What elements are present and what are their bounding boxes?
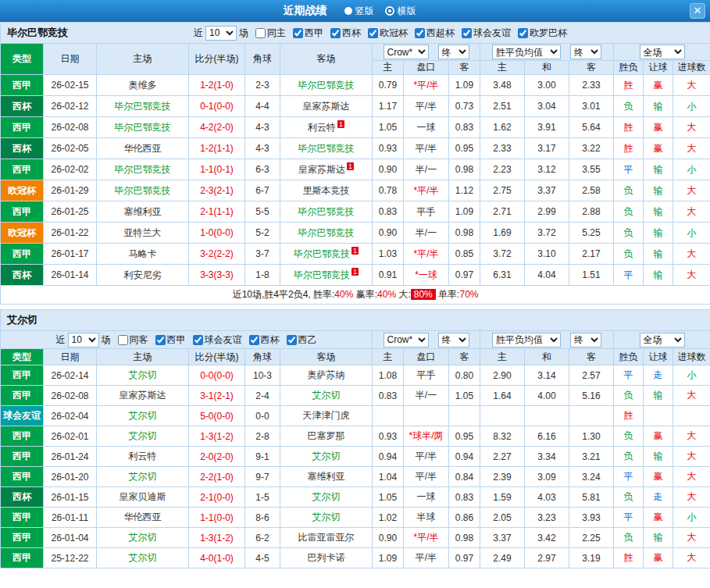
scope-select[interactable]: 全场	[640, 333, 685, 347]
recent-count-select[interactable]: 10	[68, 333, 99, 347]
cell-avg-draw	[525, 406, 569, 426]
filter-西超杯[interactable]: 西超杯	[415, 27, 455, 40]
summary-part: 单率:	[436, 289, 460, 300]
odds-company-select[interactable]: Crow*	[384, 45, 429, 59]
cell-goals: 小	[673, 96, 710, 117]
cell-competition: 西甲	[1, 508, 44, 528]
cell-odds-handicap: 一球	[404, 487, 449, 508]
cell-handicap-result: 输	[644, 386, 673, 406]
summary-part: 赢率:	[353, 289, 377, 300]
filter-西杯[interactable]: 西杯	[249, 333, 280, 347]
cell-odds-handicap: 平/半	[404, 467, 449, 487]
cell-away-team: 艾尔切	[280, 508, 373, 528]
cell-corners: 9-1	[245, 447, 280, 467]
cell-corners: 2-4	[245, 386, 280, 406]
cell-odds-home: 0.90	[373, 223, 404, 244]
recent-count-select[interactable]: 10	[205, 26, 237, 41]
match-row: 西杯26-01-15皇家贝迪斯2-1(0-0)1-5艾尔切1.05一球0.831…	[1, 487, 710, 508]
cell-odds-away: 0.95	[449, 426, 480, 447]
cell-avg-draw: 4.03	[525, 487, 569, 508]
cell-avg-home: 3.72	[480, 244, 525, 265]
cell-home-team: 塞维利亚	[97, 201, 189, 223]
avg-stage-select[interactable]: 终	[570, 45, 601, 59]
cell-away-team: 毕尔巴鄂竞技1	[280, 265, 373, 286]
cell-result: 负	[614, 447, 644, 467]
col-header-odds-away: 客	[449, 349, 480, 365]
cell-corners: 1-8	[245, 265, 280, 286]
filter-label: 球会友谊	[473, 27, 511, 40]
avg-type-select[interactable]: 胜平负均值	[492, 333, 561, 347]
filter-同主[interactable]: 同主	[255, 27, 286, 40]
col-header-avg-away: 客	[569, 349, 614, 365]
scope-select[interactable]: 全场	[640, 45, 685, 59]
avg-stage-select[interactable]: 终	[570, 333, 601, 347]
col-header-home: 主场	[97, 349, 189, 365]
filter-球会友谊[interactable]: 球会友谊	[193, 333, 242, 347]
filter-checkbox[interactable]	[118, 335, 128, 345]
filter-checkbox[interactable]	[255, 28, 266, 38]
cell-odds-away: 1.12	[449, 180, 480, 201]
layout-horizontal-radio[interactable]: 横版	[385, 5, 416, 18]
match-row: 西杯26-02-05华伦西亚1-2(1-1)4-3毕尔巴鄂竞技0.93平/半0.…	[1, 138, 710, 159]
filter-同客[interactable]: 同客	[118, 333, 148, 347]
close-button[interactable]: ✕	[690, 3, 705, 19]
match-row: 西甲26-01-25塞维利亚2-1(1-1)5-5毕尔巴鄂竞技0.83平手1.0…	[1, 201, 710, 223]
filter-checkbox[interactable]	[368, 28, 378, 38]
filter-西杯[interactable]: 西杯	[330, 27, 361, 40]
filter-checkbox[interactable]	[518, 28, 528, 38]
cell-goals: 大	[673, 244, 710, 265]
match-row: 西甲26-01-24利云特2-0(2-0)9-1艾尔切0.94平/半0.942.…	[1, 447, 710, 467]
odds-stage-select[interactable]: 终	[438, 333, 469, 347]
cell-odds-away: 0.85	[449, 244, 480, 265]
filter-球会友谊[interactable]: 球会友谊	[462, 27, 511, 40]
cell-handicap-result: 赢	[644, 138, 673, 159]
cell-odds-home: 0.91	[373, 265, 404, 286]
filter-checkbox[interactable]	[249, 335, 259, 345]
filter-label: 西超杯	[426, 27, 455, 40]
match-row: 西甲26-02-14艾尔切0-0(0-0)10-3奥萨苏纳1.08平手0.802…	[1, 365, 710, 386]
cell-competition: 欧冠杯	[1, 223, 44, 244]
filter-checkbox[interactable]	[287, 335, 297, 345]
cell-odds-home: 0.83	[373, 201, 404, 223]
odds-stage-select[interactable]: 终	[438, 45, 469, 59]
filter-checkbox[interactable]	[155, 335, 166, 345]
note-badge: 1	[347, 162, 354, 170]
cell-competition: 西甲	[1, 365, 44, 386]
match-row: 欧冠杯26-01-29毕尔巴鄂竞技2-3(2-1)6-7里斯本竞技0.78*平/…	[1, 180, 710, 201]
cell-odds-away: 0.98	[449, 223, 480, 244]
filter-西甲[interactable]: 西甲	[155, 333, 186, 347]
avg-type-select[interactable]: 胜平负均值	[492, 45, 561, 59]
note-badge: 1	[351, 247, 359, 255]
filter-西乙[interactable]: 西乙	[287, 333, 317, 347]
filter-checkbox[interactable]	[193, 335, 203, 345]
filter-checkbox[interactable]	[293, 28, 303, 38]
filter-西甲[interactable]: 西甲	[293, 27, 323, 40]
filter-欧罗巴杯[interactable]: 欧罗巴杯	[518, 27, 567, 40]
cell-odds-away: 0.80	[449, 365, 480, 386]
col-header-avg-home: 主	[480, 349, 525, 365]
section-title-team: 艾尔切	[7, 313, 37, 327]
cell-avg-home: 6.31	[480, 265, 525, 286]
filter-checkbox[interactable]	[462, 28, 472, 38]
filter-checkbox[interactable]	[330, 28, 341, 38]
cell-avg-away: 1.30	[569, 426, 614, 447]
cell-result: 负	[614, 426, 644, 447]
filter-label: 同客	[130, 333, 148, 347]
recent-count-group: 近10场	[194, 26, 248, 41]
filter-欧冠杯[interactable]: 欧冠杯	[368, 27, 408, 40]
cell-goals: 大	[673, 265, 710, 286]
summary-part: 70%	[459, 289, 478, 300]
filter-bar: 近10场同客西甲球会友谊西杯西乙	[1, 331, 372, 348]
cell-home-team: 利安尼劣	[97, 265, 189, 286]
cell-date: 26-01-17	[44, 244, 97, 265]
odds-company-select[interactable]: Crow*	[384, 333, 429, 347]
cell-away-team: 巴列卡诺	[280, 548, 373, 568]
filter-checkbox[interactable]	[415, 28, 425, 38]
layout-vertical-radio[interactable]: 竖版	[344, 5, 374, 18]
cell-date: 26-02-04	[44, 406, 97, 426]
cell-avg-away: 1.51	[569, 265, 614, 286]
cell-date: 26-02-08	[44, 117, 97, 138]
cell-avg-away: 2.25	[569, 528, 614, 548]
cell-date: 26-02-08	[44, 386, 97, 406]
cell-competition: 西甲	[1, 75, 44, 96]
